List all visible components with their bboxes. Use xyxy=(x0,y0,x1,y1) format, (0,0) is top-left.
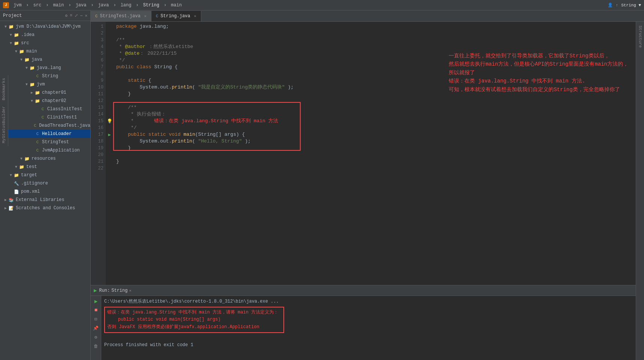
tab-close-stringjava[interactable]: ✕ xyxy=(194,14,196,18)
tree-item-helloloader[interactable]: C HelloLoader xyxy=(0,130,90,138)
bookmarks-tab[interactable]: Bookmarks xyxy=(0,75,7,103)
tree-item-pomxml[interactable]: 📄 pom.xml xyxy=(0,188,90,196)
sidebar-header: Project ⚙ ≡ ⤢ ⋯ ✕ xyxy=(0,10,90,21)
run-config[interactable]: String ▼ xyxy=(621,3,641,8)
sidebar-settings-icon[interactable]: ⚙ xyxy=(65,13,68,18)
code-line-21: } xyxy=(116,158,633,165)
nav-main[interactable]: main xyxy=(53,3,64,8)
tree-item-resources[interactable]: ▼ 📁 resources xyxy=(0,154,90,163)
gutter: 💡 ▶ xyxy=(106,22,113,285)
tree-item-extlibs[interactable]: ▶ 📚 External Libraries xyxy=(0,196,90,204)
tree-item-jvmapp[interactable]: C JvmApplication xyxy=(0,146,90,154)
arrow-test: ▼ xyxy=(13,165,19,169)
sidebar-close-icon[interactable]: ✕ xyxy=(85,13,87,18)
ln-21: 21 xyxy=(91,158,103,165)
tree-item-target[interactable]: ▼ 📁 target xyxy=(0,171,90,179)
tree-item-jvm[interactable]: ▼ 📁 jvm D:\Java\idea\JVM\jvm xyxy=(0,22,90,31)
tree-item-src[interactable]: ▼ 📁 src xyxy=(0,39,90,47)
label-chapter01: chapter01 xyxy=(42,90,66,95)
tree-item-java[interactable]: ▼ 📁 java xyxy=(0,56,90,64)
restore-layout-button[interactable]: ⊡ xyxy=(92,315,99,323)
nav-java1[interactable]: java xyxy=(76,3,87,8)
breadcrumb-nav[interactable]: jvm › src › main › java › java › lang › … xyxy=(13,3,182,8)
tree-item-main[interactable]: ▼ 📁 main xyxy=(0,47,90,56)
bulb-icon[interactable]: 💡 xyxy=(107,118,112,124)
folder-icon-java: 📁 xyxy=(24,57,30,63)
arrow-java: ▼ xyxy=(19,58,24,62)
tree-item-string-class[interactable]: C String xyxy=(0,72,90,80)
pin-tab-button[interactable]: 📌 xyxy=(92,324,99,332)
tree-item-gitignore[interactable]: 🔧 .gitignore xyxy=(0,179,90,188)
label-resources: resources xyxy=(31,156,56,161)
tree-item-jvmfolder[interactable]: ▼ 📁 jvm xyxy=(0,80,90,88)
sidebar-expand-icon[interactable]: ⤢ xyxy=(75,13,78,18)
tab-stringtest[interactable]: C StringTest.java ✕ xyxy=(91,11,151,21)
code-editor[interactable]: 1 2 3 4 5 6 7 8 9 10 11 12 13 14 xyxy=(91,22,636,285)
code-line-16: */ xyxy=(116,124,633,131)
mystatusbuilder-tab[interactable]: MyStatusBuilder xyxy=(0,103,7,146)
gutter-15[interactable]: 💡 xyxy=(106,118,113,124)
annotation-line1: 一直往上委托，就交给到了引导类加载器，它加载了String类以后， xyxy=(449,52,628,60)
nav-string[interactable]: String xyxy=(143,3,159,8)
tree-item-javalang[interactable]: ▼ 📁 java.lang xyxy=(0,64,90,72)
user-icon[interactable]: 👤 xyxy=(608,3,613,8)
console-exit-line: Process finished with exit code 1 xyxy=(104,342,633,349)
trash-button[interactable]: 🗑 xyxy=(92,342,99,350)
arrow-stringtest xyxy=(29,140,34,144)
tree-item-scratches[interactable]: ▶ 📝 Scratches and Consoles xyxy=(0,204,90,212)
line-numbers: 1 2 3 4 5 6 7 8 9 10 11 12 13 14 xyxy=(91,22,106,285)
label-java: java xyxy=(31,57,42,62)
run-arrow-icon[interactable]: ▶ xyxy=(108,132,111,138)
code-content[interactable]: package java.lang; /** * @author ：然然乐农Le… xyxy=(113,22,636,285)
console-error-line2: public static void main(String[] args) xyxy=(107,316,281,323)
gutter-12 xyxy=(106,98,113,104)
tree-item-chapter01[interactable]: ▶ 📁 chapter01 xyxy=(0,88,90,97)
stop-button[interactable]: ■ xyxy=(92,306,100,314)
arrow-gitignore xyxy=(8,182,13,186)
code-line-12 xyxy=(116,98,633,104)
code-line-17: public static void main(String[] args) { xyxy=(116,131,633,138)
editor-area: 1 2 3 4 5 6 7 8 9 10 11 12 13 14 xyxy=(91,22,636,360)
nav-java2[interactable]: java xyxy=(98,3,109,8)
nav-main2[interactable]: main xyxy=(171,3,182,8)
folder-icon-chapter01: 📁 xyxy=(34,90,40,96)
tree-item-stringtest[interactable]: C StringTest xyxy=(0,138,90,146)
tree-item-test[interactable]: ▼ 📁 test xyxy=(0,163,90,171)
sidebar-layout-icon[interactable]: ≡ xyxy=(70,13,72,18)
vcs-icon[interactable]: ↑ xyxy=(616,3,619,8)
label-clinit: ClinitTest1 xyxy=(47,115,77,120)
java-icon-string: C xyxy=(34,73,40,79)
folder-icon-javalang: 📁 xyxy=(29,65,35,71)
bottom-tab-close[interactable]: ✕ xyxy=(129,288,131,293)
tree-item-classinit[interactable]: C ClassInitTest xyxy=(0,105,90,113)
rerun-button[interactable]: ▶ xyxy=(92,297,100,305)
ln-2: 2 xyxy=(91,30,103,37)
gutter-17[interactable]: ▶ xyxy=(106,131,113,138)
arrow-helloloader xyxy=(29,132,34,136)
sidebar-options-icon[interactable]: ⋯ xyxy=(80,13,83,18)
nav-jvm[interactable]: jvm xyxy=(13,3,22,8)
top-bar-right: 👤 ↑ String ▼ xyxy=(608,3,641,8)
tab-stringjava[interactable]: C String.java ✕ xyxy=(151,11,201,21)
nav-lang[interactable]: lang xyxy=(121,3,132,8)
code-line-18: System.out.println( "Hello, String" ); xyxy=(116,138,633,145)
left-vertical-tabs: Bookmarks MyStatusBuilder xyxy=(0,75,8,146)
gutter-2 xyxy=(106,30,113,37)
annotation-line4: 错误：在类 java.lang.String 中找不到 main 方法. xyxy=(449,77,628,85)
nav-src[interactable]: src xyxy=(33,3,42,8)
settings-button[interactable]: ⚙ xyxy=(92,333,99,341)
tree-item-clinit[interactable]: C ClinitTest1 xyxy=(0,113,90,122)
tree-item-deadthread[interactable]: C DeadThreadTest.java xyxy=(0,122,90,130)
code-line-20 xyxy=(116,152,633,158)
label-jvm: jvm D:\Java\idea\JVM\jvm xyxy=(16,24,81,29)
label-classinit: ClassInitTest xyxy=(47,106,82,112)
tab-close-stringtest[interactable]: ✕ xyxy=(144,14,147,18)
label-stringtest: StringTest xyxy=(42,140,69,145)
code-line-4: * @author ：然然乐农Letitbe xyxy=(116,44,633,50)
arrow-extlibs: ▶ xyxy=(3,198,8,202)
bottom-tab-run-label: Run: xyxy=(99,288,110,293)
tree-item-idea[interactable]: ▼ 📁 .idea xyxy=(0,31,90,39)
tree-item-chapter02[interactable]: ▼ 📁 chapter02 xyxy=(0,97,90,105)
bottom-tab-run[interactable]: Run: String ✕ xyxy=(99,288,131,293)
structure-tab[interactable]: Structure xyxy=(637,22,644,51)
